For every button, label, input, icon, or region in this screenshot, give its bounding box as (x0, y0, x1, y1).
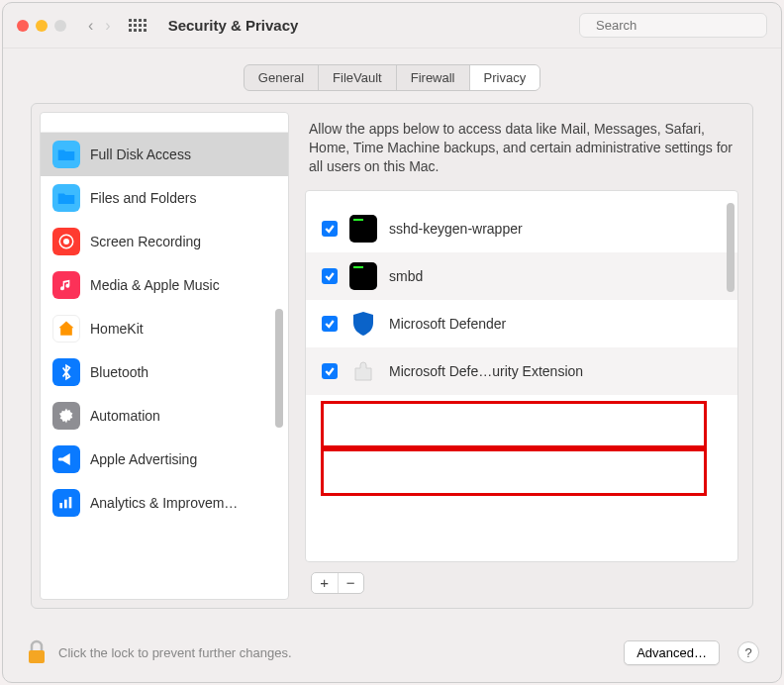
shield-icon (349, 310, 377, 338)
sidebar-item-label: Media & Apple Music (90, 277, 220, 293)
window-controls (17, 20, 66, 32)
extension-icon (349, 357, 377, 385)
back-button[interactable]: ‹ (88, 17, 93, 35)
app-list-scrollbar[interactable] (727, 203, 735, 292)
sidebar-item-label: Automation (90, 408, 160, 424)
app-row[interactable]: Microsoft Defender (306, 300, 737, 347)
bluetooth-icon (52, 358, 80, 386)
svg-rect-5 (59, 503, 62, 508)
sidebar-item-media-apple-music[interactable]: Media & Apple Music (41, 263, 288, 307)
app-label: Microsoft Defe…urity Extension (389, 363, 583, 379)
search-field[interactable] (579, 13, 767, 38)
app-checkbox[interactable] (322, 221, 338, 237)
sidebar-item-bluetooth[interactable]: Bluetooth (41, 350, 288, 394)
sidebar-list[interactable]: Full Disk Access Files and Folders Scree… (41, 133, 288, 600)
sidebar-item-analytics[interactable]: Analytics & Improvem… (41, 481, 288, 525)
sidebar-item-label: Analytics & Improvem… (90, 495, 238, 511)
close-window-button[interactable] (17, 20, 29, 32)
app-list: sshd-keygen-wrapper smbd Microsoft Defen… (305, 190, 738, 562)
folder-icon (52, 141, 80, 168)
content-pane: Allow the apps below to access data like… (297, 112, 744, 600)
tabs-row: General FileVault Firewall Privacy (3, 49, 781, 103)
sidebar-item-full-disk-access[interactable]: Full Disk Access (41, 133, 288, 176)
app-row[interactable]: Microsoft Defe…urity Extension (306, 347, 737, 395)
sidebar-item-apple-advertising[interactable]: Apple Advertising (41, 438, 288, 481)
footer: Click the lock to prevent further change… (3, 627, 781, 682)
app-checkbox[interactable] (322, 363, 338, 379)
window-title: Security & Privacy (168, 17, 299, 34)
remove-button[interactable]: − (339, 573, 364, 593)
svg-rect-7 (69, 497, 72, 508)
help-button[interactable]: ? (737, 641, 759, 663)
app-row[interactable]: smbd (306, 252, 737, 300)
record-icon (52, 228, 80, 255)
app-row[interactable]: sshd-keygen-wrapper (306, 205, 737, 252)
category-description: Allow the apps below to access data like… (305, 118, 738, 190)
advanced-button[interactable]: Advanced… (624, 640, 720, 665)
home-icon (52, 315, 80, 342)
preferences-window: ‹ › Security & Privacy General FileVault… (2, 2, 782, 683)
add-button[interactable]: + (312, 573, 339, 593)
svg-point-3 (63, 239, 69, 245)
tab-firewall[interactable]: Firewall (397, 65, 470, 90)
minimize-window-button[interactable] (36, 20, 48, 32)
tab-group: General FileVault Firewall Privacy (244, 64, 540, 91)
svg-rect-8 (29, 650, 45, 663)
privacy-panel: Full Disk Access Files and Folders Scree… (31, 103, 753, 609)
zoom-window-button (54, 20, 66, 32)
app-label: sshd-keygen-wrapper (389, 221, 523, 237)
sidebar-item-homekit[interactable]: HomeKit (41, 307, 288, 350)
svg-rect-6 (64, 500, 67, 509)
forward-button[interactable]: › (105, 17, 110, 35)
show-all-prefs-button[interactable] (129, 19, 147, 32)
toolbar: ‹ › Security & Privacy (3, 3, 781, 49)
folder-icon (52, 184, 80, 212)
tab-filevault[interactable]: FileVault (319, 65, 397, 90)
megaphone-icon (52, 445, 80, 473)
sidebar-item-label: Bluetooth (90, 364, 148, 380)
tab-general[interactable]: General (245, 65, 319, 90)
gear-icon (52, 402, 80, 430)
app-checkbox[interactable] (322, 268, 338, 284)
sidebar-item-automation[interactable]: Automation (41, 394, 288, 438)
sidebar-item-label: Full Disk Access (90, 147, 191, 162)
app-label: smbd (389, 268, 423, 284)
lock-icon[interactable] (25, 638, 49, 666)
sidebar-item-label: Screen Recording (90, 234, 201, 249)
privacy-category-sidebar: Full Disk Access Files and Folders Scree… (40, 112, 289, 600)
music-icon (52, 271, 80, 299)
search-input[interactable] (596, 18, 762, 33)
app-checkbox[interactable] (322, 316, 338, 332)
lock-hint-text: Click the lock to prevent further change… (58, 645, 614, 660)
highlight-annotation (321, 448, 707, 496)
sidebar-item-screen-recording[interactable]: Screen Recording (41, 220, 288, 263)
sidebar-item-label: Files and Folders (90, 190, 196, 206)
app-label: Microsoft Defender (389, 316, 506, 332)
tab-privacy[interactable]: Privacy (470, 65, 540, 90)
sidebar-item-files-and-folders[interactable]: Files and Folders (41, 176, 288, 220)
highlight-annotation (321, 401, 707, 448)
sidebar-item-label: HomeKit (90, 321, 144, 337)
add-remove-control: + − (311, 572, 364, 594)
terminal-icon (349, 262, 377, 290)
nav-arrows: ‹ › (88, 17, 111, 35)
chart-icon (52, 489, 80, 517)
sidebar-item-label: Apple Advertising (90, 451, 197, 467)
terminal-icon (349, 215, 377, 243)
